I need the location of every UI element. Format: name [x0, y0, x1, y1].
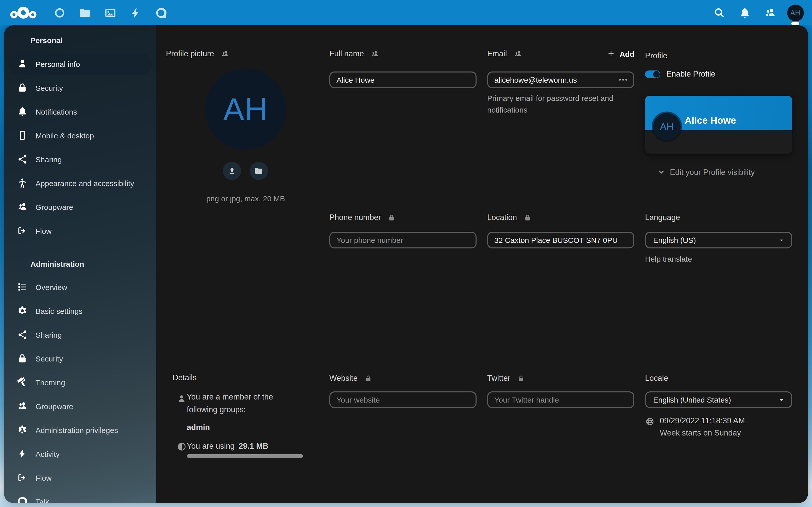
sidebar-item-admin-talk[interactable]: Talk — [8, 490, 152, 503]
lock-icon[interactable] — [388, 214, 395, 221]
sidebar-item-theming[interactable]: Theming — [8, 371, 152, 393]
sidebar-item-admin-groupware[interactable]: Groupware — [8, 395, 152, 417]
sidebar-item-label: Mobile & desktop — [36, 131, 94, 140]
email-options-menu[interactable]: ••• — [619, 76, 628, 83]
profile-picture-label: Profile picture — [166, 49, 214, 58]
folder-icon — [254, 166, 263, 175]
upload-avatar-button[interactable] — [223, 162, 241, 180]
sidebar-item-groupware[interactable]: Groupware — [8, 196, 152, 218]
twitter-input[interactable] — [487, 391, 635, 408]
help-translate-link[interactable]: Help translate — [645, 255, 792, 263]
locale-field: Locale English (United States) — [645, 373, 792, 408]
language-label: Language — [645, 213, 680, 222]
flow-icon — [17, 225, 28, 236]
accessibility-icon — [17, 177, 28, 188]
location-input[interactable] — [487, 232, 635, 248]
locale-datetime-row: 09/29/2022 11:18:39 AM — [645, 416, 745, 427]
sidebar-item-flow[interactable]: Flow — [8, 220, 152, 242]
activity-bolt-icon — [129, 6, 142, 19]
sidebar-item-label: Groupware — [36, 402, 73, 410]
app-activity-button[interactable] — [123, 0, 148, 25]
sidebar-item-label: Basic settings — [36, 306, 83, 315]
dashboard-icon — [53, 6, 66, 19]
group-icon — [17, 400, 28, 412]
app-talk-button[interactable] — [148, 0, 173, 25]
enable-profile-toggle[interactable] — [645, 70, 660, 78]
bolt-icon — [17, 448, 28, 459]
sidebar-item-notifications[interactable]: Notifications — [8, 100, 152, 123]
sidebar-item-overview[interactable]: Overview — [8, 276, 152, 298]
lock-icon — [17, 82, 28, 93]
phone-input[interactable] — [329, 232, 476, 248]
email-input[interactable] — [487, 71, 635, 88]
sidebar-item-mobile-desktop[interactable]: Mobile & desktop — [8, 124, 152, 147]
website-field: Website — [329, 373, 476, 408]
user-icon — [17, 58, 28, 69]
add-email-label: Add — [620, 49, 635, 58]
edit-profile-visibility[interactable]: Edit your Profile visibility — [656, 167, 755, 177]
locale-select[interactable]: English (United States) — [645, 391, 792, 408]
choose-from-files-button[interactable] — [250, 162, 268, 180]
language-select[interactable]: English (US) — [645, 232, 792, 248]
language-field: Language English (US) Help translate — [645, 212, 792, 263]
sidebar-item-admin-flow[interactable]: Flow — [8, 466, 152, 489]
website-input[interactable] — [329, 391, 476, 408]
toggle-knob — [653, 71, 660, 77]
app-dashboard-button[interactable] — [47, 0, 72, 25]
sidebar-item-label: Overview — [36, 283, 67, 291]
sidebar-item-security[interactable]: Security — [8, 76, 152, 99]
scope-federation-icon[interactable] — [221, 49, 230, 58]
user-menu-button[interactable]: AH — [782, 0, 808, 25]
sidebar-item-sharing[interactable]: Sharing — [8, 148, 152, 170]
sidebar-section-personal: Personal — [31, 35, 152, 46]
phone-label: Phone number — [329, 213, 381, 222]
sidebar-item-label: Groupware — [36, 203, 73, 211]
profile-card-avatar: AH — [653, 113, 680, 140]
phone-field: Phone number — [329, 212, 476, 248]
unified-search-button[interactable] — [706, 0, 732, 25]
lock-icon[interactable] — [517, 375, 524, 382]
profile-preview-card[interactable]: Alice Howe AH — [645, 96, 792, 154]
add-email-button[interactable]: Add — [607, 49, 635, 58]
contacts-icon — [764, 6, 776, 19]
lock-icon[interactable] — [523, 214, 531, 221]
sidebar-item-label: Notifications — [36, 107, 77, 116]
group-icon — [17, 201, 28, 213]
member-person-icon — [176, 394, 187, 404]
sidebar-item-personal-info[interactable]: Personal info — [8, 53, 152, 75]
full-name-input[interactable] — [329, 71, 476, 88]
lock-icon[interactable] — [364, 375, 372, 382]
twitter-field: Twitter — [487, 373, 635, 408]
gear-icon — [17, 305, 28, 316]
scope-federation-icon[interactable] — [370, 49, 379, 58]
contacts-menu-button[interactable] — [757, 0, 782, 25]
full-name-field: Full name — [329, 48, 476, 88]
sidebar-item-basic-settings[interactable]: Basic settings — [8, 300, 152, 322]
location-field: Location — [487, 212, 635, 248]
edit-profile-visibility-label: Edit your Profile visibility — [670, 168, 755, 177]
sidebar-item-label: Personal info — [36, 60, 80, 68]
app-photos-button[interactable] — [97, 0, 123, 25]
sidebar-item-appearance[interactable]: Appearance and accessibility — [8, 172, 152, 194]
content-shell: Personal Personal info Security Notifica… — [4, 25, 808, 503]
sidebar-item-admin-security[interactable]: Security — [8, 347, 152, 370]
status-indicator — [791, 22, 799, 25]
sidebar-item-admin-sharing[interactable]: Sharing — [8, 324, 152, 346]
group-name: admin — [187, 421, 210, 434]
location-label: Location — [487, 213, 517, 222]
scope-federation-icon[interactable] — [514, 49, 522, 58]
chevron-down-icon — [656, 167, 666, 177]
notifications-button[interactable] — [732, 0, 757, 25]
nextcloud-settings-page: AH Personal Personal info Security Notif… — [0, 0, 812, 507]
sidebar-item-label: Administration privileges — [36, 426, 118, 434]
app-files-button[interactable] — [72, 0, 97, 25]
settings-sidebar: Personal Personal info Security Notifica… — [4, 25, 156, 503]
paint-roller-icon — [17, 377, 28, 388]
email-label: Email — [487, 49, 507, 58]
avatar: AH — [787, 4, 804, 21]
sidebar-item-admin-privileges[interactable]: Administration privileges — [8, 419, 152, 441]
language-value: English (US) — [653, 236, 696, 244]
sidebar-item-admin-activity[interactable]: Activity — [8, 443, 152, 465]
nextcloud-logo[interactable] — [0, 0, 47, 25]
lock-icon — [17, 353, 28, 364]
